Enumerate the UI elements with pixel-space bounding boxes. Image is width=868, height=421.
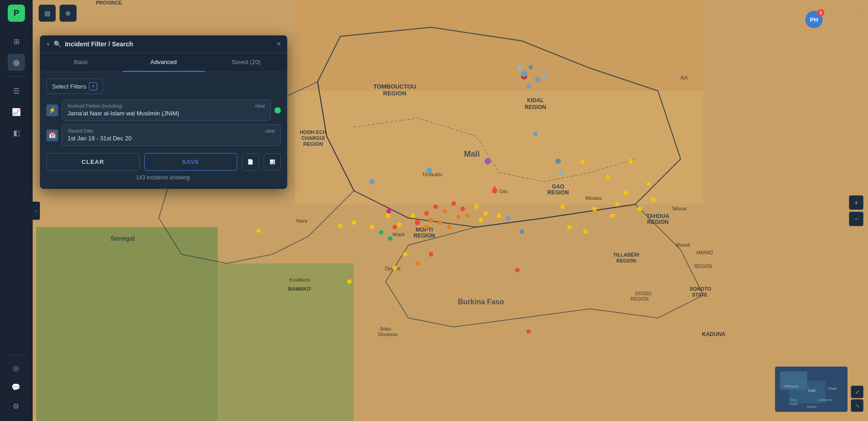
menu-dots-btn[interactable]: ⋮ (855, 8, 863, 18)
svg-text:Cameroon: Cameroon (818, 398, 833, 401)
sidebar-item-layers[interactable]: ◧ (8, 124, 25, 141)
save-button[interactable]: SAVE (144, 153, 238, 171)
filter2-icon: 📅 (46, 129, 58, 141)
svg-point-59 (447, 225, 451, 229)
toolbar-location-btn[interactable]: ⊕ (59, 5, 77, 22)
svg-text:SOKOTO: SOKOTO (690, 286, 711, 292)
svg-point-65 (483, 211, 488, 216)
panel-actions: CLEAR SAVE 📄 📊 (46, 153, 281, 171)
sidebar-collapse[interactable]: › (33, 202, 40, 220)
tab-advanced[interactable]: Advanced (123, 53, 205, 72)
panel-header-plus-icon[interactable]: + (46, 40, 50, 48)
select-filters-button[interactable]: Select Filters + (46, 79, 103, 94)
svg-text:PROVINCE: PROVINCE (96, 0, 122, 5)
svg-point-72 (347, 279, 352, 284)
svg-point-85 (560, 204, 565, 209)
svg-text:HODH ECH: HODH ECH (300, 129, 327, 135)
svg-text:Burkina Faso: Burkina Faso (458, 298, 504, 306)
svg-point-63 (411, 213, 415, 218)
svg-text:Senegal: Senegal (110, 235, 135, 242)
zoom-out-button[interactable]: − (849, 212, 863, 226)
filter-row-2: 📅 Started Date clear 1st Jan 19 - 31st D… (46, 124, 281, 146)
svg-text:MARAD: MARAD (696, 250, 713, 255)
svg-point-74 (628, 159, 633, 163)
svg-text:Bobo-: Bobo- (380, 327, 392, 332)
svg-text:REGION: REGION (647, 219, 668, 225)
map-fullscreen-button[interactable]: ⤡ (851, 399, 863, 412)
svg-point-84 (583, 229, 588, 234)
toolbar-grid-btn[interactable]: ▤ (39, 5, 56, 22)
user-avatar[interactable]: PH 2 (805, 11, 823, 28)
clear-button[interactable]: CLEAR (46, 153, 140, 171)
filter1-status-dot (275, 107, 281, 114)
export-pdf-button[interactable]: 📄 (242, 154, 259, 171)
tab-saved[interactable]: Saved (20) (205, 53, 287, 72)
svg-point-93 (369, 179, 375, 184)
svg-point-58 (424, 225, 429, 229)
svg-point-62 (397, 223, 402, 227)
sidebar-item-grid[interactable]: ⊞ (8, 33, 25, 50)
svg-point-73 (580, 160, 585, 164)
svg-point-70 (370, 225, 374, 229)
svg-text:TAHOUA: TAHOUA (647, 213, 670, 219)
svg-point-50 (392, 225, 397, 229)
select-filters-label: Select Filters (52, 83, 86, 90)
svg-point-80 (592, 207, 597, 211)
zoom-in-button[interactable]: + (849, 195, 863, 210)
panel-close-button[interactable]: × (277, 40, 281, 48)
svg-text:REGION: REGION (547, 189, 569, 196)
filter1-header: Involved Parties (Including) clear (68, 104, 265, 109)
svg-text:REGION: REGION (303, 141, 323, 147)
svg-point-57 (456, 215, 461, 219)
svg-point-48 (451, 201, 456, 206)
svg-point-91 (517, 65, 522, 69)
svg-point-67 (497, 213, 501, 218)
sidebar-item-settings[interactable]: ⚙ (7, 397, 25, 415)
svg-text:Ménaka: Ménaka (585, 196, 602, 201)
sidebar-item-chart[interactable]: 📈 (8, 103, 25, 120)
filter-status: 143 incidents showing. (46, 171, 281, 183)
filter2-card: Started Date clear 1st Jan 19 - 31st Dec… (62, 124, 281, 146)
svg-text:TILLABÉRI: TILLABÉRI (613, 252, 639, 258)
filter1-value: Jama'at Nasr al-Islam wal Muslimin (JNIM… (68, 110, 265, 117)
filter1-clear-button[interactable]: clear (255, 104, 265, 109)
svg-point-81 (638, 207, 642, 211)
svg-point-101 (379, 230, 383, 235)
svg-rect-2 (295, 0, 703, 91)
tab-basic[interactable]: Basic (40, 53, 123, 72)
minimap-expand-button[interactable]: ⤢ (851, 386, 863, 398)
svg-point-87 (535, 77, 540, 82)
svg-point-82 (610, 213, 615, 218)
svg-point-104 (415, 261, 420, 266)
svg-point-90 (529, 65, 533, 69)
map-controls-right: + − (849, 195, 863, 226)
svg-point-75 (606, 175, 610, 179)
svg-point-69 (352, 220, 356, 225)
svg-point-64 (474, 204, 479, 209)
filter2-clear-button[interactable]: clear (265, 129, 275, 134)
svg-text:Morocco: Morocco (785, 384, 799, 388)
svg-point-77 (624, 191, 628, 195)
svg-point-92 (427, 168, 432, 173)
svg-point-47 (424, 211, 429, 216)
svg-text:REGION: REGION (694, 264, 712, 269)
svg-text:Tahoua: Tahoua (672, 206, 687, 211)
svg-point-51 (461, 207, 465, 211)
svg-text:Coast: Coast (790, 402, 798, 406)
svg-text:Mali: Mali (808, 388, 816, 393)
add-filter-icon: + (89, 82, 97, 90)
sidebar-item-pin[interactable]: ◎ (7, 359, 25, 376)
svg-point-106 (515, 268, 520, 272)
export-csv-button[interactable]: 📊 (264, 154, 281, 171)
svg-point-97 (520, 229, 524, 234)
svg-text:STATE: STATE (692, 292, 707, 297)
sidebar-item-location[interactable]: ◎ (8, 54, 25, 71)
sidebar-item-list[interactable]: ☰ (8, 82, 25, 99)
sidebar-item-chat[interactable]: 💬 (7, 378, 25, 396)
svg-point-86 (521, 70, 527, 77)
left-sidebar: P ⊞ ◎ ☰ 📈 ◧ ◎ 💬 ⚙ (0, 0, 33, 421)
svg-point-52 (526, 329, 531, 334)
notification-badge: 2 (817, 9, 824, 16)
app-logo[interactable]: P (8, 5, 25, 22)
svg-text:REGION: REGION (383, 90, 406, 97)
